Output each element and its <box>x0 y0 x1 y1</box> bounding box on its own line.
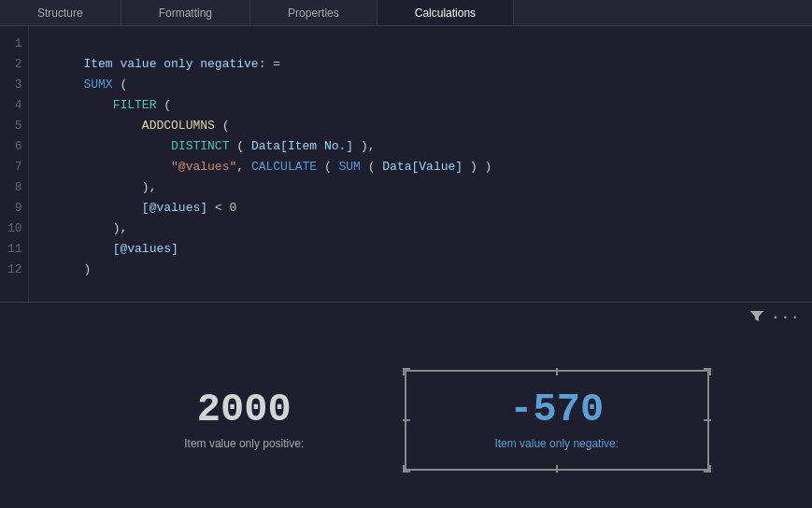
code-line-10: [@values] <box>40 219 801 239</box>
card-negative-value: -570 <box>509 390 604 430</box>
tab-properties[interactable]: Properties <box>250 0 378 25</box>
card-negative-label: Item value only negative: <box>494 437 619 450</box>
code-line-12 <box>40 260 801 280</box>
handle-tl <box>403 368 410 375</box>
code-editor[interactable]: Item value only negative: = SUMX ( FILTE… <box>29 26 812 302</box>
handle-tr <box>704 368 711 375</box>
tab-structure[interactable]: Structure <box>0 0 121 25</box>
more-options-icon[interactable]: ··· <box>772 310 801 325</box>
main-content: 1 2 3 4 5 6 7 8 9 10 11 12 Item value on… <box>0 26 812 302</box>
tab-formatting[interactable]: Formatting <box>121 0 250 25</box>
code-line-1: Item value only negative: = <box>40 34 801 54</box>
line-numbers: 1 2 3 4 5 6 7 8 9 10 11 12 <box>0 26 29 302</box>
card-positive-value: 2000 <box>197 390 292 430</box>
top-tabs: Structure Formatting Properties Calculat… <box>0 0 812 26</box>
handle-mid-t <box>556 368 558 375</box>
handle-mid-l <box>403 419 410 421</box>
card-negative[interactable]: -570 Item value only negative: <box>405 370 710 471</box>
handle-mid-b <box>556 465 558 473</box>
bottom-toolbar: ··· <box>0 303 812 332</box>
handle-mid-r <box>704 419 711 421</box>
filter-icon[interactable] <box>749 308 764 327</box>
card-positive-label: Item value only positive: <box>184 437 304 450</box>
bottom-panel: ··· 2000 Item value only positive: -570 … <box>0 303 812 508</box>
tab-calculations[interactable]: Calculations <box>378 0 514 25</box>
handle-br <box>704 465 711 473</box>
cards-area: 2000 Item value only positive: -570 Item… <box>0 332 812 508</box>
handle-bl <box>403 465 410 473</box>
card-positive[interactable]: 2000 Item value only positive: <box>93 372 395 469</box>
code-line-3: FILTER ( <box>40 75 801 95</box>
